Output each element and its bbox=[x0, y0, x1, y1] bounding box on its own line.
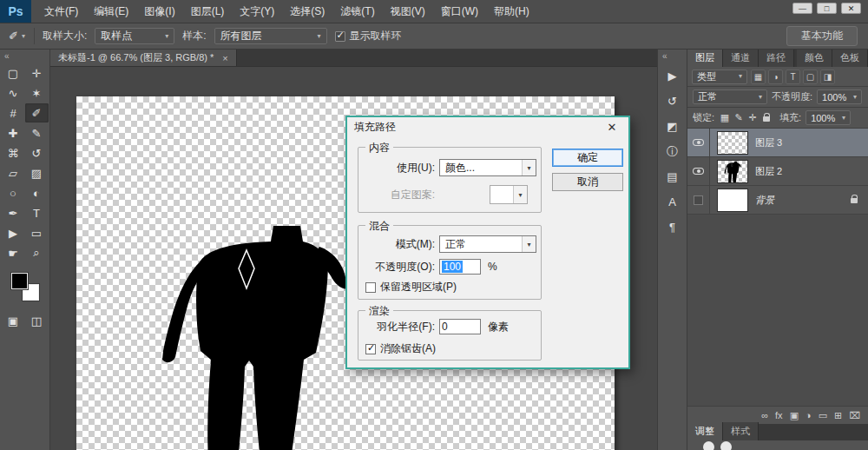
filter-shape-layers-icon[interactable]: ▢ bbox=[803, 69, 818, 84]
clone-stamp-tool[interactable]: ⌘ bbox=[2, 143, 25, 162]
history-panel-icon[interactable]: ↺ bbox=[661, 90, 683, 112]
add-mask-icon[interactable]: ▣ bbox=[790, 410, 799, 421]
lasso-tool[interactable]: ∿ bbox=[2, 83, 25, 103]
crop-tool[interactable]: # bbox=[2, 103, 25, 122]
workspace-switcher-button[interactable]: 基本功能 bbox=[786, 26, 858, 46]
shape-tool[interactable]: ▭ bbox=[25, 223, 49, 242]
dodge-tool[interactable]: ◐ bbox=[25, 183, 49, 202]
path-selection-tool[interactable]: ▶ bbox=[2, 223, 25, 242]
antialias-checkbox[interactable] bbox=[365, 344, 376, 354]
active-tool-badge[interactable]: ✐ ▾ bbox=[5, 28, 35, 44]
menu-item[interactable]: 帮助(H) bbox=[486, 0, 537, 23]
move-tool[interactable]: ✛ bbox=[25, 63, 49, 83]
panel-tab[interactable]: 色板 bbox=[832, 50, 868, 67]
maximize-button[interactable]: □ bbox=[817, 3, 837, 14]
zoom-tool[interactable]: ⌕ bbox=[25, 243, 49, 262]
document-tab[interactable]: 未标题-1 @ 66.7% (图层 3, RGB/8) * × bbox=[50, 50, 237, 66]
panel-tab[interactable]: 颜色 bbox=[797, 50, 832, 67]
layer-row-layer2[interactable]: 图层 2 bbox=[687, 157, 868, 186]
menu-item[interactable]: 窗口(W) bbox=[433, 0, 486, 23]
collapse-panel-icon[interactable]: « bbox=[0, 50, 49, 63]
paragraph-panel-icon[interactable]: ¶ bbox=[661, 216, 683, 238]
adjustment-circle-icon[interactable] bbox=[703, 441, 714, 450]
opacity-input[interactable]: 100 bbox=[439, 259, 481, 275]
quick-selection-tool[interactable]: ✶ bbox=[25, 83, 49, 103]
mode-select[interactable]: 正常 ▾ bbox=[439, 235, 536, 253]
quick-mask-icon[interactable]: ▣ bbox=[2, 311, 25, 330]
menu-item[interactable]: 文件(F) bbox=[36, 0, 86, 23]
healing-brush-tool[interactable]: ✚ bbox=[2, 123, 25, 142]
filter-adjustment-layers-icon[interactable]: ◑ bbox=[768, 69, 783, 84]
preserve-transparency-checkbox[interactable] bbox=[365, 282, 376, 293]
eyedropper-tool[interactable]: ✐ bbox=[25, 103, 49, 122]
foreground-color-swatch[interactable] bbox=[11, 273, 28, 289]
lock-position-icon[interactable]: ✛ bbox=[746, 112, 759, 123]
blend-mode-select[interactable]: 正常 ▾ bbox=[693, 89, 767, 104]
use-select[interactable]: 颜色... ▾ bbox=[439, 159, 536, 176]
adjustment-layer-icon[interactable]: ◑ bbox=[806, 410, 812, 420]
adjustment-circle-icon[interactable] bbox=[720, 441, 732, 450]
menu-item[interactable]: 编辑(E) bbox=[86, 0, 136, 23]
lock-all-icon[interactable] bbox=[763, 112, 770, 124]
panel-tab[interactable]: 通道 bbox=[723, 50, 759, 67]
character-panel-icon[interactable]: A bbox=[661, 191, 683, 213]
type-tool[interactable]: T bbox=[25, 203, 49, 222]
layer-thumbnail[interactable] bbox=[717, 189, 748, 212]
info-panel-icon[interactable]: ⓘ bbox=[661, 141, 683, 162]
link-layers-icon[interactable]: ∞ bbox=[761, 410, 768, 420]
blur-tool[interactable]: ○ bbox=[2, 183, 25, 202]
new-layer-icon[interactable]: ⊞ bbox=[834, 410, 842, 421]
visibility-toggle[interactable] bbox=[687, 157, 710, 185]
filter-type-layers-icon[interactable]: T bbox=[786, 69, 800, 84]
delete-layer-icon[interactable]: ⌧ bbox=[849, 410, 860, 421]
gradient-tool[interactable]: ▨ bbox=[25, 163, 49, 182]
menu-item[interactable]: 滤镜(T) bbox=[332, 0, 382, 23]
layer-row-background[interactable]: 背景 bbox=[687, 186, 868, 215]
screen-mode-icon[interactable]: ◫ bbox=[25, 311, 49, 330]
layer-name[interactable]: 图层 2 bbox=[755, 165, 782, 178]
properties-panel-icon[interactable]: ◩ bbox=[661, 116, 683, 137]
lock-transparency-icon[interactable]: ▦ bbox=[719, 112, 731, 123]
layer-style-icon[interactable]: fx bbox=[775, 410, 783, 420]
history-brush-tool[interactable]: ↺ bbox=[25, 143, 49, 162]
layer-name[interactable]: 背景 bbox=[755, 194, 774, 207]
menu-item[interactable]: 选择(S) bbox=[282, 0, 332, 23]
brush-presets-panel-icon[interactable]: ▤ bbox=[661, 166, 683, 188]
layer-row-layer3[interactable]: 图层 3 bbox=[687, 129, 868, 157]
rectangular-marquee-tool[interactable]: ▢ bbox=[2, 63, 25, 83]
lock-pixels-icon[interactable]: ✎ bbox=[733, 112, 745, 123]
pen-tool[interactable]: ✒ bbox=[2, 203, 25, 222]
filter-smart-objects-icon[interactable]: ◨ bbox=[820, 69, 835, 84]
dialog-title-bar[interactable]: 填充路径 ✕ bbox=[347, 117, 628, 136]
hand-tool[interactable]: ☛ bbox=[2, 243, 25, 262]
visibility-toggle[interactable] bbox=[687, 186, 710, 214]
menu-item[interactable]: 文字(Y) bbox=[232, 0, 282, 23]
panel-tab[interactable]: 路径 bbox=[759, 50, 794, 67]
ok-button[interactable]: 确定 bbox=[552, 149, 623, 167]
panel-tab[interactable]: 调整 bbox=[687, 422, 723, 440]
tab-close-icon[interactable]: × bbox=[222, 53, 227, 63]
sample-select[interactable]: 所有图层 ▾ bbox=[214, 28, 327, 44]
menu-item[interactable]: 视图(V) bbox=[383, 0, 433, 23]
brush-tool[interactable]: ✎ bbox=[25, 123, 49, 142]
menu-item[interactable]: 图层(L) bbox=[183, 0, 233, 23]
custom-pattern-picker[interactable]: ▾ bbox=[490, 185, 528, 204]
close-icon[interactable]: ✕ bbox=[602, 121, 621, 134]
visibility-toggle[interactable] bbox=[687, 129, 710, 156]
panel-tab[interactable]: 样式 bbox=[723, 422, 759, 440]
layer-fill-select[interactable]: 100% ▾ bbox=[806, 110, 851, 125]
feather-input[interactable]: 0 bbox=[439, 319, 481, 334]
layer-opacity-select[interactable]: 100% ▾ bbox=[817, 89, 862, 104]
menu-item[interactable]: 图像(I) bbox=[136, 0, 182, 23]
layer-thumbnail[interactable] bbox=[717, 131, 748, 155]
layer-name[interactable]: 图层 3 bbox=[755, 136, 782, 149]
eraser-tool[interactable]: ▱ bbox=[2, 163, 25, 182]
sample-size-select[interactable]: 取样点 ▾ bbox=[95, 28, 174, 44]
show-sampling-ring-checkbox[interactable]: 显示取样环 bbox=[335, 29, 402, 43]
panel-tab[interactable]: 图层 bbox=[687, 50, 723, 67]
minimize-button[interactable]: — bbox=[792, 3, 812, 14]
filter-kind-select[interactable]: 类型 ▾ bbox=[692, 69, 747, 84]
filter-pixel-layers-icon[interactable]: ▦ bbox=[751, 69, 766, 84]
collapse-panel-icon[interactable]: « bbox=[658, 50, 667, 63]
actions-panel-icon[interactable]: ▶ bbox=[661, 65, 683, 87]
